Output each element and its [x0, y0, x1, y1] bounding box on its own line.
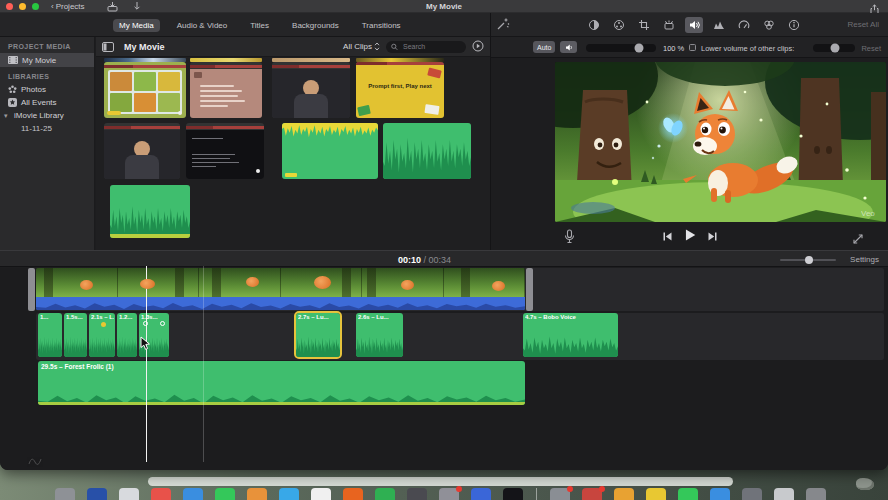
sidebar-toggle-button[interactable]	[102, 38, 114, 56]
media-thumbnail-terminal[interactable]	[186, 123, 264, 179]
dock-icon[interactable]	[678, 488, 698, 500]
timeline[interactable]: 1... 1.5s... 2.1s – L... 1.2... 1.3s...	[0, 268, 888, 470]
audio-reset-button[interactable]: Reset	[861, 44, 881, 53]
video-clip-filmstrip[interactable]	[36, 268, 525, 297]
clip-info-button[interactable]	[785, 17, 803, 33]
volume-slider-knob[interactable]	[635, 44, 644, 53]
sidebar-item-imovie-library[interactable]: ▾ iMovie Library	[0, 109, 94, 122]
reset-all-button[interactable]: Reset All	[847, 20, 879, 29]
dock-icon[interactable]	[247, 488, 267, 500]
sidebar-item-all-events[interactable]: All Events	[0, 96, 94, 109]
dock-icon[interactable]	[375, 488, 395, 500]
enhance-button[interactable]	[496, 17, 510, 35]
clip-filter-dropdown[interactable]: All Clips	[343, 42, 380, 51]
search-input[interactable]	[401, 42, 461, 51]
dock-icon[interactable]	[471, 488, 491, 500]
dock-icon[interactable]	[439, 488, 459, 500]
background-music-clip[interactable]: 29.5s – Forest Frolic (1)	[38, 361, 525, 405]
volume-button[interactable]	[685, 17, 703, 33]
timeline-settings-button[interactable]: Settings	[850, 255, 879, 264]
dock-icon[interactable]	[55, 488, 75, 500]
dock-icon[interactable]	[614, 488, 634, 500]
clip-filters-button[interactable]	[760, 17, 778, 33]
clip-trim-handle-right[interactable]	[526, 268, 533, 311]
import-media-button[interactable]	[107, 1, 118, 12]
screen: ‹ Projects My Movie My Media Audio & Vid…	[0, 0, 888, 500]
auto-volume-button[interactable]: Auto	[533, 41, 555, 53]
media-thumbnail-audio-3[interactable]	[110, 185, 190, 238]
previous-frame-button[interactable]	[662, 228, 673, 246]
tab-titles[interactable]: Titles	[244, 19, 275, 32]
volume-slider[interactable]	[586, 44, 656, 52]
minimize-window-button[interactable]	[19, 3, 26, 10]
audio-clip[interactable]: 2.1s – L...	[89, 313, 115, 357]
chevron-down-icon[interactable]: ▾	[4, 112, 10, 120]
dock-icon[interactable]	[710, 488, 730, 500]
search-field[interactable]	[386, 41, 466, 53]
zoom-window-button[interactable]	[32, 3, 39, 10]
tab-my-media[interactable]: My Media	[113, 19, 160, 32]
tab-audio-video[interactable]: Audio & Video	[171, 19, 234, 32]
dock-icon[interactable]	[343, 488, 363, 500]
ducking-slider-knob[interactable]	[830, 44, 839, 53]
audio-clip[interactable]: 2.6s – Lu...	[356, 313, 403, 357]
dock-icon[interactable]	[407, 488, 427, 500]
dock-icon[interactable]	[183, 488, 203, 500]
dock-icon[interactable]	[582, 488, 602, 500]
dock-icon[interactable]	[550, 488, 570, 500]
browser-play-button[interactable]	[472, 38, 484, 56]
audio-clip-bobo-voice[interactable]: 4.7s – Bobo Voice	[523, 313, 618, 357]
color-balance-button[interactable]	[585, 17, 603, 33]
stabilization-button[interactable]	[660, 17, 678, 33]
audio-clip[interactable]: 1...	[38, 313, 62, 357]
tab-transitions[interactable]: Transitions	[356, 19, 407, 32]
color-correction-button[interactable]	[610, 17, 628, 33]
dock-icon[interactable]	[774, 488, 794, 500]
dock-icon[interactable]	[215, 488, 235, 500]
sidebar-item-event-date[interactable]: 11-11-25	[0, 122, 94, 135]
video-preview[interactable]: Veo	[555, 62, 886, 222]
playhead-line[interactable]	[203, 266, 204, 462]
dock-icon[interactable]	[311, 488, 331, 500]
dock-icon[interactable]	[87, 488, 107, 500]
dock-icon[interactable]	[503, 488, 523, 500]
ducking-slider[interactable]	[813, 44, 855, 52]
speed-button[interactable]	[735, 17, 753, 33]
next-frame-button[interactable]	[707, 228, 718, 246]
media-thumbnail-audio-2[interactable]	[383, 123, 471, 179]
media-thumbnail-presenter-2[interactable]	[104, 123, 180, 179]
dock[interactable]	[55, 488, 826, 500]
sidebar-item-my-movie[interactable]: My Movie	[0, 53, 94, 67]
timeline-zoom-slider[interactable]	[780, 259, 836, 261]
noise-equalizer-button[interactable]	[710, 17, 728, 33]
download-button[interactable]	[132, 1, 142, 12]
dock-icon[interactable]	[742, 488, 762, 500]
mute-button[interactable]	[560, 41, 577, 53]
tab-backgrounds[interactable]: Backgrounds	[286, 19, 345, 32]
media-thumbnail-presenter[interactable]	[272, 62, 350, 118]
sidebar-item-photos[interactable]: Photos	[0, 83, 94, 96]
skimmer-line[interactable]	[146, 266, 147, 462]
voiceover-record-button[interactable]	[563, 229, 576, 248]
fullscreen-button[interactable]	[852, 231, 864, 249]
lower-volume-checkbox[interactable]	[689, 44, 696, 51]
dock-icon[interactable]	[119, 488, 139, 500]
zoom-slider-knob[interactable]	[805, 256, 813, 264]
audio-clip[interactable]: 1.2...	[117, 313, 137, 357]
dock-icon[interactable]	[806, 488, 826, 500]
back-to-projects-button[interactable]: ‹ Projects	[51, 2, 85, 11]
dock-icon[interactable]	[151, 488, 171, 500]
media-thumbnail-fox-gallery[interactable]	[104, 62, 186, 118]
crop-button[interactable]	[635, 17, 653, 33]
media-thumbnail-promo[interactable]: Prompt first, Play next	[356, 62, 444, 118]
media-thumbnail-slide[interactable]	[190, 62, 262, 118]
dock-icon[interactable]	[279, 488, 299, 500]
audio-clip-selected[interactable]: 2.7s – Lu...	[296, 313, 340, 357]
close-window-button[interactable]	[6, 3, 13, 10]
video-clip-audio-waveform[interactable]	[36, 297, 525, 310]
play-button[interactable]	[683, 228, 697, 246]
media-thumbnail-audio-1[interactable]	[282, 123, 378, 179]
dock-icon[interactable]	[646, 488, 666, 500]
audio-clip[interactable]: 1.5s...	[64, 313, 87, 357]
clip-trim-handle-left[interactable]	[28, 268, 35, 311]
